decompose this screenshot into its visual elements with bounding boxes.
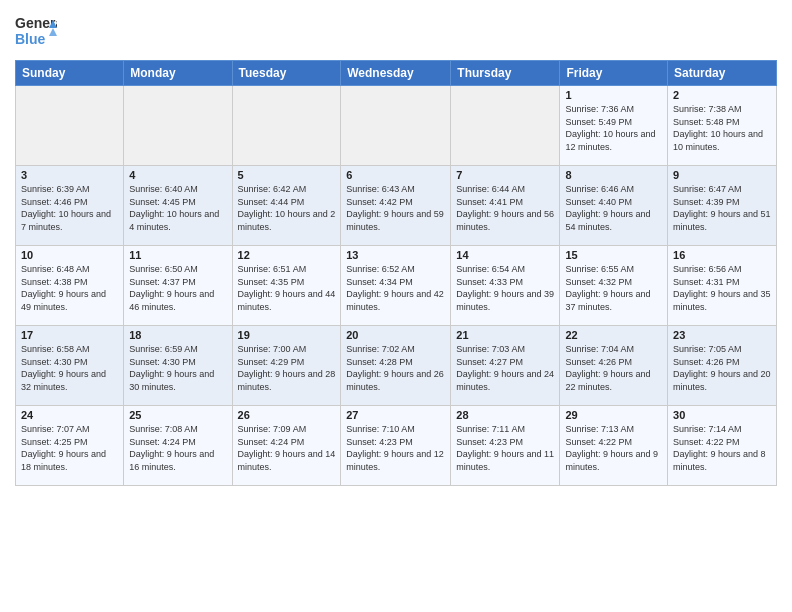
calendar-cell: 1Sunrise: 7:36 AM Sunset: 5:49 PM Daylig… [560, 86, 668, 166]
day-info: Sunrise: 6:42 AM Sunset: 4:44 PM Dayligh… [238, 183, 336, 233]
day-info: Sunrise: 6:47 AM Sunset: 4:39 PM Dayligh… [673, 183, 771, 233]
day-info: Sunrise: 6:58 AM Sunset: 4:30 PM Dayligh… [21, 343, 118, 393]
day-number: 7 [456, 169, 554, 181]
day-info: Sunrise: 7:14 AM Sunset: 4:22 PM Dayligh… [673, 423, 771, 473]
day-number: 3 [21, 169, 118, 181]
day-number: 28 [456, 409, 554, 421]
calendar-cell: 12Sunrise: 6:51 AM Sunset: 4:35 PM Dayli… [232, 246, 341, 326]
day-info: Sunrise: 7:36 AM Sunset: 5:49 PM Dayligh… [565, 103, 662, 153]
day-number: 30 [673, 409, 771, 421]
calendar-header: Sunday Monday Tuesday Wednesday Thursday… [16, 61, 777, 86]
day-info: Sunrise: 6:59 AM Sunset: 4:30 PM Dayligh… [129, 343, 226, 393]
calendar-cell: 26Sunrise: 7:09 AM Sunset: 4:24 PM Dayli… [232, 406, 341, 486]
calendar-cell [451, 86, 560, 166]
calendar-cell: 14Sunrise: 6:54 AM Sunset: 4:33 PM Dayli… [451, 246, 560, 326]
day-info: Sunrise: 6:50 AM Sunset: 4:37 PM Dayligh… [129, 263, 226, 313]
day-info: Sunrise: 7:00 AM Sunset: 4:29 PM Dayligh… [238, 343, 336, 393]
day-number: 27 [346, 409, 445, 421]
day-number: 14 [456, 249, 554, 261]
day-number: 20 [346, 329, 445, 341]
calendar-cell: 6Sunrise: 6:43 AM Sunset: 4:42 PM Daylig… [341, 166, 451, 246]
day-info: Sunrise: 7:38 AM Sunset: 5:48 PM Dayligh… [673, 103, 771, 153]
calendar-cell: 3Sunrise: 6:39 AM Sunset: 4:46 PM Daylig… [16, 166, 124, 246]
day-info: Sunrise: 7:02 AM Sunset: 4:28 PM Dayligh… [346, 343, 445, 393]
day-info: Sunrise: 7:07 AM Sunset: 4:25 PM Dayligh… [21, 423, 118, 473]
calendar-cell: 27Sunrise: 7:10 AM Sunset: 4:23 PM Dayli… [341, 406, 451, 486]
day-number: 13 [346, 249, 445, 261]
calendar-cell: 20Sunrise: 7:02 AM Sunset: 4:28 PM Dayli… [341, 326, 451, 406]
day-info: Sunrise: 6:39 AM Sunset: 4:46 PM Dayligh… [21, 183, 118, 233]
header-friday: Friday [560, 61, 668, 86]
calendar-cell: 16Sunrise: 6:56 AM Sunset: 4:31 PM Dayli… [668, 246, 777, 326]
day-number: 18 [129, 329, 226, 341]
svg-text:General: General [15, 15, 57, 31]
day-number: 22 [565, 329, 662, 341]
day-info: Sunrise: 7:04 AM Sunset: 4:26 PM Dayligh… [565, 343, 662, 393]
calendar-week-0: 1Sunrise: 7:36 AM Sunset: 5:49 PM Daylig… [16, 86, 777, 166]
day-number: 2 [673, 89, 771, 101]
calendar-cell: 17Sunrise: 6:58 AM Sunset: 4:30 PM Dayli… [16, 326, 124, 406]
day-info: Sunrise: 7:08 AM Sunset: 4:24 PM Dayligh… [129, 423, 226, 473]
calendar-cell: 22Sunrise: 7:04 AM Sunset: 4:26 PM Dayli… [560, 326, 668, 406]
day-info: Sunrise: 6:40 AM Sunset: 4:45 PM Dayligh… [129, 183, 226, 233]
calendar-cell [16, 86, 124, 166]
svg-text:Blue: Blue [15, 31, 46, 47]
calendar-cell: 15Sunrise: 6:55 AM Sunset: 4:32 PM Dayli… [560, 246, 668, 326]
header-thursday: Thursday [451, 61, 560, 86]
day-info: Sunrise: 6:54 AM Sunset: 4:33 PM Dayligh… [456, 263, 554, 313]
calendar-cell: 25Sunrise: 7:08 AM Sunset: 4:24 PM Dayli… [124, 406, 232, 486]
day-number: 26 [238, 409, 336, 421]
header: General Blue [15, 10, 777, 52]
day-info: Sunrise: 6:55 AM Sunset: 4:32 PM Dayligh… [565, 263, 662, 313]
header-wednesday: Wednesday [341, 61, 451, 86]
calendar-cell: 29Sunrise: 7:13 AM Sunset: 4:22 PM Dayli… [560, 406, 668, 486]
calendar-cell: 21Sunrise: 7:03 AM Sunset: 4:27 PM Dayli… [451, 326, 560, 406]
calendar-week-4: 24Sunrise: 7:07 AM Sunset: 4:25 PM Dayli… [16, 406, 777, 486]
day-number: 1 [565, 89, 662, 101]
day-info: Sunrise: 7:11 AM Sunset: 4:23 PM Dayligh… [456, 423, 554, 473]
day-info: Sunrise: 7:05 AM Sunset: 4:26 PM Dayligh… [673, 343, 771, 393]
calendar-cell: 5Sunrise: 6:42 AM Sunset: 4:44 PM Daylig… [232, 166, 341, 246]
day-number: 8 [565, 169, 662, 181]
day-info: Sunrise: 7:10 AM Sunset: 4:23 PM Dayligh… [346, 423, 445, 473]
header-sunday: Sunday [16, 61, 124, 86]
day-number: 16 [673, 249, 771, 261]
calendar-cell [124, 86, 232, 166]
day-info: Sunrise: 7:09 AM Sunset: 4:24 PM Dayligh… [238, 423, 336, 473]
day-info: Sunrise: 6:48 AM Sunset: 4:38 PM Dayligh… [21, 263, 118, 313]
day-number: 29 [565, 409, 662, 421]
calendar-cell: 10Sunrise: 6:48 AM Sunset: 4:38 PM Dayli… [16, 246, 124, 326]
day-number: 9 [673, 169, 771, 181]
day-info: Sunrise: 6:44 AM Sunset: 4:41 PM Dayligh… [456, 183, 554, 233]
calendar-cell: 19Sunrise: 7:00 AM Sunset: 4:29 PM Dayli… [232, 326, 341, 406]
day-info: Sunrise: 6:43 AM Sunset: 4:42 PM Dayligh… [346, 183, 445, 233]
calendar-body: 1Sunrise: 7:36 AM Sunset: 5:49 PM Daylig… [16, 86, 777, 486]
day-number: 11 [129, 249, 226, 261]
calendar-cell: 13Sunrise: 6:52 AM Sunset: 4:34 PM Dayli… [341, 246, 451, 326]
day-number: 17 [21, 329, 118, 341]
day-number: 19 [238, 329, 336, 341]
day-info: Sunrise: 6:51 AM Sunset: 4:35 PM Dayligh… [238, 263, 336, 313]
calendar-cell: 11Sunrise: 6:50 AM Sunset: 4:37 PM Dayli… [124, 246, 232, 326]
calendar-cell: 8Sunrise: 6:46 AM Sunset: 4:40 PM Daylig… [560, 166, 668, 246]
day-number: 23 [673, 329, 771, 341]
header-row: Sunday Monday Tuesday Wednesday Thursday… [16, 61, 777, 86]
day-number: 24 [21, 409, 118, 421]
calendar-cell [341, 86, 451, 166]
calendar-cell: 2Sunrise: 7:38 AM Sunset: 5:48 PM Daylig… [668, 86, 777, 166]
day-info: Sunrise: 6:56 AM Sunset: 4:31 PM Dayligh… [673, 263, 771, 313]
calendar-week-3: 17Sunrise: 6:58 AM Sunset: 4:30 PM Dayli… [16, 326, 777, 406]
calendar-cell: 18Sunrise: 6:59 AM Sunset: 4:30 PM Dayli… [124, 326, 232, 406]
day-number: 4 [129, 169, 226, 181]
day-info: Sunrise: 7:13 AM Sunset: 4:22 PM Dayligh… [565, 423, 662, 473]
calendar-week-2: 10Sunrise: 6:48 AM Sunset: 4:38 PM Dayli… [16, 246, 777, 326]
calendar-cell: 24Sunrise: 7:07 AM Sunset: 4:25 PM Dayli… [16, 406, 124, 486]
logo-icon: General Blue [15, 10, 57, 52]
page: General Blue Sunday Monday Tuesday Wedne… [0, 0, 792, 612]
calendar-cell: 7Sunrise: 6:44 AM Sunset: 4:41 PM Daylig… [451, 166, 560, 246]
calendar-week-1: 3Sunrise: 6:39 AM Sunset: 4:46 PM Daylig… [16, 166, 777, 246]
day-number: 5 [238, 169, 336, 181]
calendar-cell: 23Sunrise: 7:05 AM Sunset: 4:26 PM Dayli… [668, 326, 777, 406]
day-number: 21 [456, 329, 554, 341]
day-number: 25 [129, 409, 226, 421]
